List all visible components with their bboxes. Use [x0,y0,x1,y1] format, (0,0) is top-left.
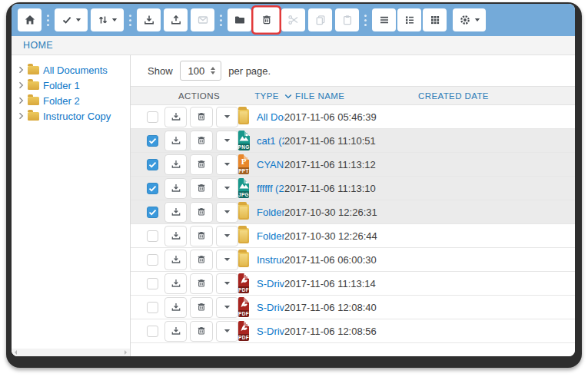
sidebar-folder-item[interactable]: Folder 2 [12,93,130,108]
chevron-right-icon[interactable] [18,112,24,120]
chevron-right-icon[interactable] [18,97,24,104]
spinner-down-icon[interactable] [211,71,215,74]
breadcrumb-home-link[interactable]: HOME [23,40,53,51]
download-button[interactable] [137,8,161,31]
row-delete-button[interactable] [190,273,212,294]
upload-button[interactable] [164,8,188,31]
row-more-button[interactable] [216,273,238,294]
file-name-link[interactable]: All Documents [257,111,284,123]
file-name-link[interactable]: S-Drive Advanced Configuration Gui... [257,278,284,289]
per-page-value[interactable]: 100 [188,65,205,77]
header-type[interactable]: TYPE [249,91,284,101]
row-checkbox[interactable] [147,254,158,266]
spinner-arrows[interactable] [211,67,215,75]
header-file-name-label: FILE NAME [295,91,344,101]
row-delete-button[interactable] [190,250,212,270]
spinner-up-icon[interactable] [211,67,215,70]
breadcrumb: HOME [12,36,575,55]
row-download-button[interactable] [164,250,187,270]
row-checkbox[interactable] [147,159,158,170]
file-name-link[interactable]: Folder 1 [257,207,284,218]
file-list-panel: Show 100 per page. ACTIONS TYPE FILE NAM… [131,55,575,356]
sidebar-folder-item[interactable]: Folder 1 [12,78,130,93]
file-name-link[interactable]: Folder 2 [257,230,284,242]
created-date: 2017-11-06 06:00:30 [284,254,418,266]
sidebar-folder-label[interactable]: Instructor Copy [43,111,111,122]
row-delete-button[interactable] [190,107,212,127]
row-download-button[interactable] [164,273,187,294]
row-download-button[interactable] [164,178,187,199]
sidebar-folder-label[interactable]: All Documents [43,64,108,76]
sidebar-folder-label[interactable]: Folder 1 [43,80,80,91]
created-date: 2017-11-06 12:08:56 [284,326,418,337]
file-name-link[interactable]: S-Drive Advanced Configuration Gui... [257,302,284,313]
row-download-button[interactable] [164,297,187,318]
row-download-button[interactable] [164,202,187,223]
detail-view-button[interactable] [397,8,421,31]
row-checkbox[interactable] [147,183,158,194]
caret-down-icon [75,18,81,22]
sidebar-scrollbar[interactable] [12,349,130,356]
list-view-button[interactable] [372,8,396,31]
header-file-name[interactable]: FILE NAME [284,91,418,101]
toolbar-group [55,8,124,31]
table-row: JPG ffffff (2).jpg 2017-11-06 11:13:10 [131,177,575,200]
row-checkbox[interactable] [147,135,158,147]
row-delete-button[interactable] [190,226,212,246]
row-more-button[interactable] [216,131,238,151]
grid-view-button[interactable] [423,8,447,31]
row-download-button[interactable] [164,154,187,175]
row-more-button[interactable] [216,178,238,199]
row-more-button[interactable] [216,321,238,342]
row-more-button[interactable] [216,202,238,223]
per-page-spinner[interactable]: 100 [180,61,222,81]
new-folder-button[interactable] [228,8,251,31]
row-download-button[interactable] [164,131,187,151]
file-name-link[interactable]: CYANGATE.pptx [257,159,284,170]
table-body: All Documents 2017-11-06 05:46:39 PNG ca… [131,105,575,343]
home-button[interactable] [18,8,42,31]
row-delete-button[interactable] [190,321,212,342]
trash-icon [196,326,207,336]
sidebar-folder-item[interactable]: All Documents [12,62,130,78]
delete-button[interactable] [254,8,278,31]
table-row: All Documents 2017-11-06 05:46:39 [131,105,575,129]
row-checkbox[interactable] [147,302,158,313]
file-name-link[interactable]: S-Drive User Guide 1.28.pdf [257,326,284,337]
row-checkbox[interactable] [147,326,158,337]
row-more-button[interactable] [216,154,238,175]
row-checkbox[interactable] [147,207,158,218]
row-checkbox[interactable] [147,230,158,242]
download-icon [171,183,181,193]
sidebar-folder-label[interactable]: Folder 2 [43,95,80,107]
row-more-button[interactable] [216,107,238,127]
folder-icon [28,112,39,121]
row-download-button[interactable] [164,226,187,246]
file-name-link[interactable]: Instructor Copy [257,254,284,266]
tree-items: All Documents Folder 1 Folder 2 Instruct… [12,62,130,124]
file-name-link[interactable]: cat1 (2).png [257,135,284,147]
select-button[interactable] [55,8,88,31]
header-created-date[interactable]: CREATED DATE [418,91,575,101]
sort-button[interactable] [91,8,124,31]
chevron-right-icon[interactable] [18,81,24,89]
chevron-right-icon[interactable] [18,66,24,74]
row-checkbox[interactable] [147,111,158,123]
toolbar-separator [364,15,367,26]
row-download-button[interactable] [164,107,187,127]
row-more-button[interactable] [216,250,238,270]
trash-icon [196,302,207,313]
sidebar-folder-item[interactable]: Instructor Copy [12,108,130,124]
row-more-button[interactable] [216,226,238,246]
row-checkbox[interactable] [147,278,158,289]
row-delete-button[interactable] [190,131,212,151]
caret-down-icon [224,210,231,214]
row-delete-button[interactable] [190,202,212,223]
row-delete-button[interactable] [190,154,212,175]
file-name-link[interactable]: ffffff (2).jpg [257,183,284,194]
row-delete-button[interactable] [190,297,212,318]
row-download-button[interactable] [164,321,187,342]
settings-button[interactable] [453,8,486,31]
row-more-button[interactable] [216,297,238,318]
row-delete-button[interactable] [190,178,212,199]
